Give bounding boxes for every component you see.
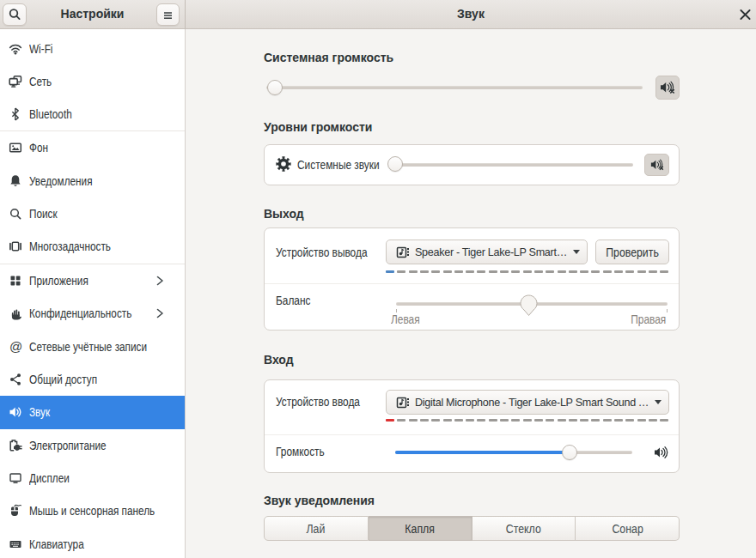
- svg-text:@: @: [9, 340, 22, 354]
